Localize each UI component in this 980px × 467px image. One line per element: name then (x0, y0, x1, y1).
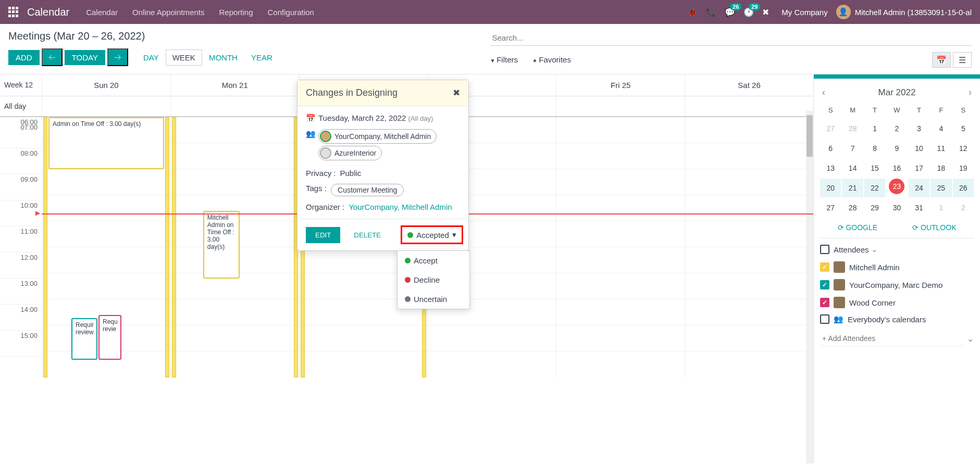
user-menu[interactable]: 👤 Mitchell Admin (13853091-15-0-al (836, 5, 972, 19)
company-selector[interactable]: My Company (781, 8, 827, 17)
view-year[interactable]: YEAR (244, 49, 279, 66)
mini-cal-day[interactable]: 1 (864, 119, 885, 138)
col-sat[interactable] (685, 117, 813, 377)
event-review-1[interactable]: Requir review (71, 318, 97, 360)
attendee-row[interactable]: YourCompany, Marc Demo (820, 276, 974, 294)
search-input[interactable] (492, 33, 970, 42)
nav-reporting[interactable]: Reporting (219, 8, 253, 17)
close-studio-icon[interactable]: ✖ (762, 7, 769, 17)
chevron-down-icon[interactable]: ⌄ (967, 334, 974, 344)
edit-button[interactable]: EDIT (306, 227, 340, 243)
next-month-icon[interactable]: › (969, 87, 972, 98)
mini-cal-day[interactable]: 4 (931, 119, 951, 138)
attendee-chip-1[interactable]: YourCompany, Mitchell Admin (318, 129, 437, 144)
allday-mon[interactable] (170, 96, 299, 116)
prev-button[interactable]: 🡠 (42, 48, 63, 66)
organizer-link[interactable]: YourCompany, Mitchell Admin (349, 203, 452, 211)
mini-cal-day[interactable]: 8 (864, 139, 885, 158)
today-button[interactable]: TODAY (65, 50, 105, 65)
mini-cal-day[interactable]: 23 (889, 179, 904, 194)
mini-cal-day[interactable]: 28 (842, 119, 863, 138)
mini-cal-day[interactable]: 27 (820, 119, 841, 138)
attendee-checkbox[interactable] (820, 262, 829, 272)
mini-cal-day[interactable]: 17 (909, 159, 929, 178)
mini-cal-day[interactable]: 7 (842, 139, 863, 158)
calendar-view-icon[interactable]: 📅 (932, 52, 951, 68)
day-header-fri[interactable]: Fri 25 (556, 74, 685, 96)
view-week[interactable]: WEEK (166, 49, 202, 66)
timeoff-bar-sun-1[interactable] (43, 117, 47, 377)
attendee-checkbox[interactable] (820, 298, 829, 307)
attendee-row[interactable]: Mitchell Admin (820, 258, 974, 276)
mini-cal-day[interactable]: 6 (820, 139, 841, 158)
mini-cal-day[interactable]: 2 (953, 198, 974, 217)
activities-icon[interactable]: 🕐29 (743, 7, 754, 17)
mini-cal-day[interactable]: 5 (953, 119, 974, 138)
scrollbar-thumb[interactable] (807, 115, 813, 157)
day-header-mon[interactable]: Mon 21 (170, 74, 299, 96)
nav-calendar[interactable]: Calendar (86, 8, 118, 17)
mini-cal-day[interactable]: 24 (909, 179, 929, 197)
day-header-sat[interactable]: Sat 26 (685, 74, 813, 96)
attendee-chip-2[interactable]: AzureInterior (318, 146, 382, 160)
mini-cal-day[interactable]: 10 (909, 139, 929, 158)
mini-cal-day[interactable]: 2 (886, 119, 907, 138)
mini-cal-day[interactable]: 15 (864, 159, 885, 178)
favorites-dropdown[interactable]: Favorites (532, 55, 570, 64)
col-mon[interactable]: Mitchell Admin on Time Off : 3.00 day(s) (170, 117, 299, 377)
scrollbar-track[interactable] (806, 111, 813, 463)
mini-cal-day[interactable]: 30 (886, 198, 907, 217)
add-attendee-input[interactable] (820, 331, 964, 346)
day-header-sun[interactable]: Sun 20 (42, 74, 170, 96)
timeoff-bar-sun-2[interactable] (165, 117, 169, 377)
timeoff-bar-mon-1[interactable] (172, 117, 176, 377)
prev-month-icon[interactable]: ‹ (822, 87, 825, 98)
allday-sat[interactable] (685, 96, 813, 116)
phone-icon[interactable]: 📞 (706, 7, 716, 17)
debug-icon[interactable]: 🐞 (687, 7, 698, 17)
option-decline[interactable]: Decline (398, 270, 469, 289)
attendee-row[interactable]: 👥Everybody's calendars (820, 311, 974, 327)
sync-outlook[interactable]: ⟳ OUTLOOK (912, 223, 956, 232)
col-fri[interactable] (556, 117, 685, 377)
mini-cal-day[interactable]: 19 (953, 159, 974, 178)
attendees-header[interactable]: Attendees ⌄ (820, 245, 974, 254)
mini-cal-day[interactable]: 20 (820, 179, 841, 197)
mini-cal-day[interactable]: 22 (864, 179, 885, 197)
tag-chip[interactable]: Customer Meeting (331, 184, 404, 196)
option-uncertain[interactable]: Uncertain (398, 289, 469, 309)
col-sun[interactable]: Admin on Time Off : 3.00 day(s) Requir r… (42, 117, 170, 377)
mini-cal-day[interactable]: 25 (931, 179, 951, 197)
mini-cal-day[interactable]: 28 (842, 198, 863, 217)
mini-cal-day[interactable]: 3 (909, 119, 929, 138)
attendee-checkbox[interactable] (820, 280, 829, 289)
mini-cal-day[interactable]: 9 (886, 139, 907, 158)
filters-dropdown[interactable]: Filters (490, 55, 518, 64)
mini-cal-day[interactable]: 31 (909, 198, 929, 217)
nav-online-appointments[interactable]: Online Appointments (132, 8, 204, 17)
mini-cal-day[interactable]: 11 (931, 139, 951, 158)
mini-cal-day[interactable]: 26 (953, 179, 974, 197)
mini-cal-day[interactable]: 1 (931, 198, 951, 217)
nav-configuration[interactable]: Configuration (268, 8, 314, 17)
mini-cal-day[interactable]: 27 (820, 198, 841, 217)
status-dropdown[interactable]: Accepted ▾ (401, 225, 463, 244)
mini-cal-day[interactable]: 16 (886, 159, 907, 178)
attendee-checkbox[interactable] (820, 314, 829, 324)
allday-fri[interactable] (556, 96, 685, 116)
event-review-2[interactable]: Requ revie (98, 315, 121, 360)
mini-cal-day[interactable]: 18 (931, 159, 951, 178)
mini-cal-day[interactable]: 13 (820, 159, 841, 178)
mini-cal-day[interactable]: 21 (842, 179, 863, 197)
view-day[interactable]: DAY (137, 49, 166, 66)
view-month[interactable]: MONTH (202, 49, 244, 66)
next-button[interactable]: 🡢 (107, 48, 128, 66)
close-icon[interactable]: ✖ (453, 87, 460, 98)
list-view-icon[interactable]: ☰ (953, 52, 972, 68)
sync-google[interactable]: ⟳ GOOGLE (838, 223, 878, 232)
delete-button[interactable]: DELETE (346, 227, 388, 243)
mini-cal-day[interactable]: 14 (842, 159, 863, 178)
attendee-row[interactable]: Wood Corner (820, 294, 974, 311)
apps-icon[interactable] (8, 7, 19, 17)
event-admin-timeoff-mon[interactable]: Mitchell Admin on Time Off : 3.00 day(s) (203, 211, 240, 279)
